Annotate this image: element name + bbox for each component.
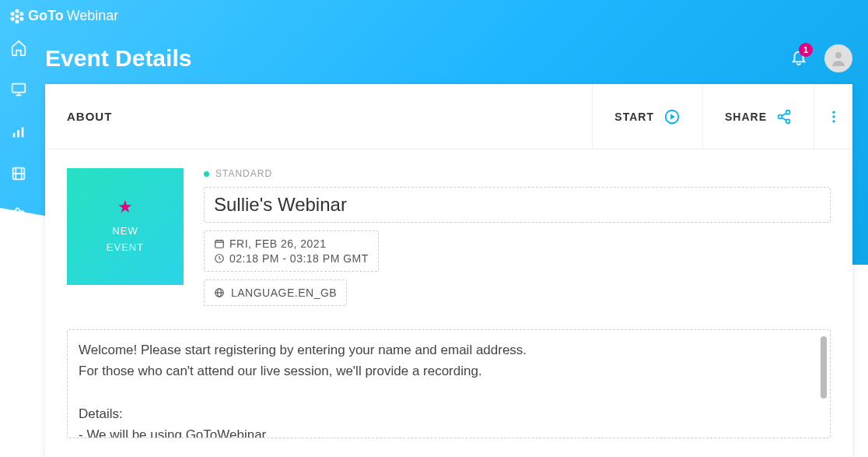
tab-about[interactable]: ABOUT	[45, 84, 592, 149]
event-details: STANDARD Sullie's Webinar FRI, FEB 26, 2…	[204, 168, 831, 306]
home-icon	[10, 39, 27, 56]
scrollbar-thumb[interactable]	[821, 336, 827, 399]
event-date: FRI, FEB 26, 2021	[229, 237, 326, 250]
brand-logo[interactable]: GoToWebinar	[9, 8, 118, 24]
svg-point-3	[11, 12, 15, 16]
page-header: Event Details 1	[45, 39, 852, 78]
avatar[interactable]	[824, 44, 852, 72]
svg-point-18	[835, 52, 842, 58]
header-actions: 1	[790, 44, 852, 72]
calendar-icon	[214, 238, 225, 249]
svg-rect-12	[22, 128, 24, 138]
event-language: LANGUAGE.EN_GB	[231, 287, 337, 299]
start-button[interactable]: START	[592, 84, 702, 149]
share-button[interactable]: SHARE	[702, 84, 814, 149]
globe-icon	[214, 287, 225, 298]
thumbnail-line2: EVENT	[107, 240, 144, 256]
svg-rect-10	[13, 133, 16, 138]
play-circle-icon	[663, 108, 681, 125]
status-text: STANDARD	[215, 168, 272, 179]
event-datetime-input[interactable]: FRI, FEB 26, 2021 02:18 PM - 03:18 PM GM…	[204, 230, 379, 272]
page-title: Event Details	[45, 45, 191, 72]
gear-icon	[10, 207, 27, 224]
event-description-text: Welcome! Please start registering by ent…	[79, 339, 819, 438]
share-label: SHARE	[725, 111, 767, 123]
clock-icon	[214, 253, 225, 264]
kebab-icon	[826, 109, 842, 125]
svg-point-5	[11, 16, 15, 20]
svg-point-21	[786, 110, 790, 114]
brand-bold: GoTo	[28, 8, 64, 24]
thumbnail-caption: NEW EVENT	[107, 223, 144, 256]
thumbnail-line1: NEW	[107, 223, 144, 240]
more-menu[interactable]	[814, 84, 852, 149]
nav-analytics[interactable]	[10, 123, 27, 143]
nav-settings[interactable]	[10, 207, 27, 227]
notifications-button[interactable]: 1	[790, 48, 807, 69]
svg-point-28	[832, 120, 835, 122]
svg-point-4	[19, 12, 23, 16]
svg-point-6	[19, 16, 23, 20]
svg-rect-11	[17, 130, 19, 137]
event-status: STANDARD	[204, 168, 831, 179]
svg-rect-29	[215, 241, 224, 248]
notification-badge: 1	[799, 43, 813, 57]
svg-line-24	[782, 113, 786, 115]
event-time: 02:18 PM - 03:18 PM GMT	[229, 252, 369, 265]
nav-videos[interactable]	[10, 165, 27, 185]
monitor-icon	[10, 81, 27, 98]
star-icon: ★	[117, 197, 133, 217]
card-header: ABOUT START SHARE	[45, 84, 852, 149]
nav-monitor[interactable]	[10, 81, 27, 101]
event-card: ABOUT START SHARE ★ NEW EVENT STANDARD S…	[45, 84, 852, 457]
svg-rect-7	[12, 84, 26, 93]
start-label: START	[614, 111, 654, 123]
svg-point-17	[16, 213, 21, 218]
nav-dashboard[interactable]	[10, 39, 27, 59]
svg-point-1	[16, 9, 19, 12]
svg-point-27	[832, 115, 835, 118]
svg-marker-20	[670, 114, 675, 119]
event-thumbnail[interactable]: ★ NEW EVENT	[67, 168, 184, 285]
svg-point-26	[832, 111, 835, 113]
share-icon	[776, 109, 792, 125]
user-icon	[829, 49, 848, 68]
event-description-input[interactable]: Welcome! Please start registering by ent…	[67, 329, 831, 438]
svg-point-23	[786, 119, 790, 123]
card-body: ★ NEW EVENT STANDARD Sullie's Webinar FR…	[45, 149, 852, 306]
daisy-icon	[9, 9, 25, 24]
bars-icon	[10, 123, 27, 140]
sidebar-nav	[0, 39, 37, 227]
svg-point-0	[16, 14, 19, 18]
svg-point-2	[16, 19, 19, 23]
status-dot-icon	[204, 171, 209, 177]
svg-point-22	[779, 114, 782, 118]
svg-line-25	[782, 118, 786, 120]
event-title-input[interactable]: Sullie's Webinar	[204, 187, 831, 223]
film-icon	[10, 165, 27, 182]
event-language-input[interactable]: LANGUAGE.EN_GB	[204, 279, 347, 306]
brand-light: Webinar	[67, 8, 119, 24]
